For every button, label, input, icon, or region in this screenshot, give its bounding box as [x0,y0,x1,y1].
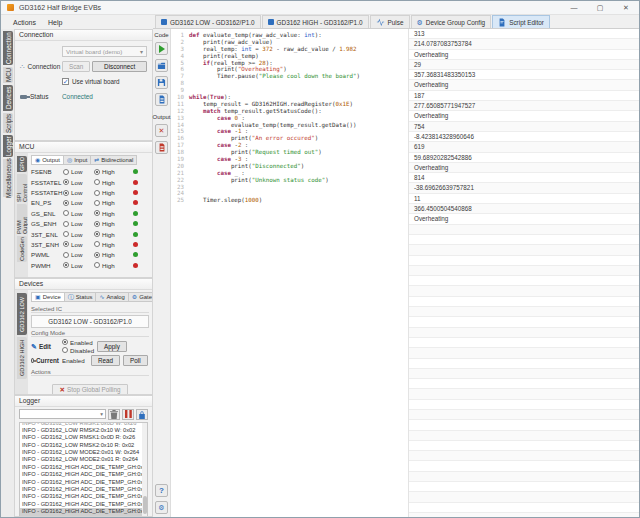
open-script-button[interactable] [155,59,168,72]
export-output-button[interactable] [155,141,168,154]
pin-low-radio[interactable]: Low [63,220,94,227]
log-entry[interactable]: INFO - GD3162_LOW MODE2:0x01 R: 0x264 [20,456,147,463]
tab-gd3162-high-gd3162-p1-0[interactable]: GD3162 HIGH - GD3162/P1.0 [262,15,369,28]
device-side-tab-gd3162-high[interactable]: GD3162 HIGH [17,337,27,379]
edit-enabled-radio[interactable]: Enabled [62,339,94,346]
menu-help[interactable]: Help [43,18,67,27]
log-entry[interactable]: INFO - GD3162_LOW MODE2:0x01 W: 0x264 [20,449,147,456]
use-virtual-board-checkbox[interactable]: ✓ [62,78,69,85]
pin-high-radio[interactable]: High [94,199,125,206]
tab-device-group-config[interactable]: ⚙Device Group Config [411,15,492,28]
pin-low-radio[interactable]: Low [63,241,94,248]
mcu-tab-bidirectional[interactable]: ⇄Bidirectional [90,155,137,165]
code-text: case -1 : [189,128,248,135]
pin-low-radio[interactable]: Low [63,168,94,175]
pin-high-radio[interactable]: High [94,220,125,227]
mcu-tab-label: Output [42,157,60,163]
pin-low-radio[interactable]: Low [63,189,94,196]
mcu-side-tab-spi-control[interactable]: SPI Control [17,174,27,202]
run-script-button[interactable] [155,42,168,55]
nav-tab-logger[interactable]: Logger [3,135,13,157]
maximize-button[interactable]: ▢ [587,1,613,15]
device-tab-gate-strength[interactable]: ⚙Gate Strength [128,292,153,302]
menu-actions[interactable]: Actions [8,18,41,27]
pin-low-radio[interactable]: Low [63,210,94,217]
pin-high-radio[interactable]: High [94,179,125,186]
nav-tab-devices[interactable]: Devices [3,85,13,111]
nav-tab-miscellaneous[interactable]: Miscellaneous [3,159,13,197]
minimize-button[interactable]: — [561,1,587,15]
pin-high-radio[interactable]: High [94,231,125,238]
help-button[interactable]: ? [155,484,168,497]
chip-icon [161,19,167,25]
device-tab-status[interactable]: ⓘStatus [64,292,96,302]
pin-high-radio[interactable]: High [94,189,125,196]
pin-low-radio[interactable]: Low [63,231,94,238]
log-entry[interactable]: INFO - GD3162_HIGH ADC_DIE_TEMP_GH:0x1E … [20,479,147,486]
scan-button[interactable]: Scan [62,61,90,72]
log-entry[interactable]: INFO - GD3162_HIGH ADC_DIE_TEMP_GH:0x1E … [20,471,147,478]
device-side-tab-gd3162-low[interactable]: GD3162 LOW [17,293,27,335]
mcu-side-tab-gpio[interactable]: GPIO [17,156,27,172]
pin-high-radio[interactable]: High [94,262,125,269]
tab-pulse[interactable]: Pulse [370,15,410,28]
nav-tab-connection[interactable]: Connection [3,31,13,65]
log-entry[interactable]: INFO - GD3162_LOW RMSK1:0x0D W: 0x26 [20,422,147,427]
port-select[interactable]: Virtual board (demo) ▾ [62,46,147,57]
code-line: 17 case -2 : [173,142,408,149]
apply-button[interactable]: Apply [97,341,127,352]
pin-high-radio[interactable]: High [94,251,125,258]
log-entry[interactable]: INFO - GD3162_HIGH ADC_DIE_TEMP_GH:0x1E … [20,493,147,500]
pin-low-radio[interactable]: Low [63,251,94,258]
device-tab-analog[interactable]: ∿Analog [95,292,127,302]
log-entry[interactable]: INFO - GD3162_LOW RMSK1:0x0D R: 0x26 [20,434,147,441]
pin-low-radio[interactable]: Low [63,199,94,206]
log-entry[interactable]: INFO - GD3162_HIGH ADC_DIE_TEMP_GH:0x1E … [20,464,147,471]
code-pane[interactable]: 1def evaluate_temp(raw_adc_value: int):2… [171,29,409,517]
clear-log-button[interactable] [108,409,120,420]
log-scrollbar[interactable] [142,423,147,516]
edit-disabled-radio[interactable]: Disabled [62,347,94,354]
mcu-tab-input[interactable]: ◎Input [63,155,90,165]
nav-tab-mcu[interactable]: MCU [3,67,13,83]
pin-low-radio[interactable]: Low [63,179,94,186]
poll-button[interactable]: Poll [123,355,148,366]
mcu-side-tab-pwm-output[interactable]: PWM Output [17,204,27,234]
log-entry[interactable]: INFO - GD3162_HIGH ADC_DIE_TEMP_GH:0x1E … [20,486,147,493]
lock-log-button[interactable] [136,409,148,420]
copy-script-button[interactable] [155,93,168,106]
log-filter-combobox[interactable]: ▾ [19,409,106,419]
log-entry[interactable]: INFO - GD3162_HIGH ADC_DIE_TEMP_GH:0x1E … [20,508,147,515]
settings-button[interactable]: ⚙ [155,501,168,514]
pin-low-radio[interactable]: Low [63,262,94,269]
tab-gd3162-low-gd3162-p1-0[interactable]: GD3162 LOW - GD3162/P1.0 [155,15,261,28]
device-tab-device[interactable]: ▣Device [31,292,64,302]
close-button[interactable]: ✕ [613,1,639,15]
pin-high-radio[interactable]: High [94,241,125,248]
floppy-icon [157,78,166,87]
nav-tab-scripts[interactable]: Scripts [3,113,13,133]
log-list[interactable]: INFO - GD3162_LOW RMSK1:0x0D W: 0x26INFO… [19,422,148,517]
tab-script-editor[interactable]: Script Editor [492,15,550,28]
log-entry[interactable]: INFO - GD3162_LOW RMSK2:0x10 W: 0x02 [20,427,147,434]
code-text: case 0 : [189,115,245,122]
read-button[interactable]: Read [91,355,120,366]
line-number: 13 [173,115,184,122]
code-line: 18 print("Request timed out") [173,149,408,156]
mcu-tab-output[interactable]: ◉Output [31,155,63,165]
pause-log-button[interactable] [122,409,134,420]
output-row: 619 [409,142,639,152]
pin-high-radio[interactable]: High [94,210,125,217]
disconnect-button[interactable]: Disconnect [92,61,147,72]
status-icon [20,95,27,99]
code-line: 21 case _ : [173,170,408,177]
pin-high-radio[interactable]: High [94,168,125,175]
stop-global-polling-button[interactable]: ✕Stop Global Polling [52,384,127,395]
save-script-button[interactable] [155,76,168,89]
log-entry[interactable]: INFO - GD3162_HIGH ADC_DIE_TEMP_GH:0x1E … [20,501,147,508]
clear-output-button[interactable]: ✕ [155,124,168,137]
chevron-down-icon: ▾ [100,411,105,417]
mcu-side-tab-codegen[interactable]: CodeGen [17,236,27,262]
log-entry[interactable]: INFO - GD3162_LOW RMSK2:0x10 R: 0x02 [20,442,147,449]
script-output-list[interactable]: 313214.0787083753784Overheating29357.368… [409,29,639,517]
